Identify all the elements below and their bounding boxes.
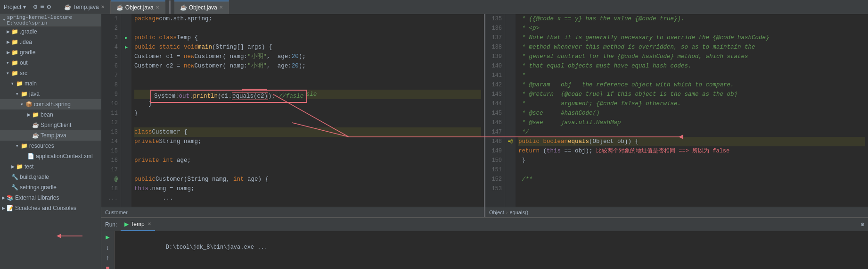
tab-object-java-right[interactable]: ☕ Object.java ✕	[174, 0, 229, 14]
sidebar-item-gradle[interactable]: ▶📁.gradle	[0, 26, 101, 37]
rcode-144: * argument; {@code false} otherwise.	[518, 99, 865, 109]
java-file-icon3: ☕	[180, 4, 187, 11]
rcode-147: */	[518, 127, 865, 137]
top-bar: Project ▾ ⚙ ≡ ⚙ ☕ Temp.java ✕ ☕ Object.j…	[0, 0, 868, 14]
run-output-area: D:\tool\jdk_8\bin\java.exe ... false ←	[115, 231, 868, 269]
sidebar-item-scratches[interactable]: ▶📝Scratches and Consoles	[0, 203, 101, 213]
right-gutter: ●@	[505, 14, 516, 207]
code-line-7	[134, 71, 481, 80]
java-file-icon: ☕	[64, 4, 71, 10]
sidebar-item-src[interactable]: ▾📁src	[0, 68, 101, 78]
rcode-139: * general contract for the {@code hashCo…	[518, 52, 865, 61]
tab-temp-java[interactable]: ☕ Temp.java ✕	[58, 0, 111, 14]
left-line-numbers: 1 2 3 4 5 6 7 8 9 10 11 12 13	[101, 14, 121, 207]
rcode-146: * @see java.util.HashMap	[518, 118, 865, 127]
sidebar-item-settings-gradle[interactable]: ▶🔧settings.gradle	[0, 182, 101, 193]
code-line-18: this.namg = namg;	[134, 184, 481, 193]
code-line-10: }	[134, 99, 481, 109]
code-line-15	[134, 146, 481, 156]
run-stop-button[interactable]: ■	[106, 265, 109, 269]
run-panel-header: Run: ▶ Temp ✕ ⚙	[101, 218, 868, 231]
sidebar-item-gradle2[interactable]: ▶📁gradle	[0, 47, 101, 58]
run-tab-temp[interactable]: ▶ Temp ✕	[121, 218, 155, 231]
run-up-button[interactable]: ↑	[106, 254, 109, 262]
left-gutter: ▶ ▶	[121, 14, 131, 207]
tab-object-java-left[interactable]: ☕ Object.java ✕	[111, 0, 165, 14]
rcode-150: }	[518, 156, 865, 165]
code-line-13: class Customer {	[134, 127, 481, 137]
layout-icon[interactable]: ≡	[40, 3, 44, 11]
sidebar-item-resources[interactable]: ▾📁resources	[0, 141, 101, 151]
run-panel: Run: ▶ Temp ✕ ⚙ ▶ ↓ ↑ ■	[101, 217, 868, 269]
run-command-line: D:\tool\jdk_8\bin\java.exe ...	[118, 233, 864, 261]
project-menu[interactable]: Project ▾	[4, 4, 26, 10]
code-line-12	[134, 118, 481, 127]
run-gutter-icon-4[interactable]: ▶	[125, 44, 128, 50]
sidebar-item-java[interactable]: ▾📁java	[0, 89, 101, 99]
sidebar-item-temp-java[interactable]: ▶☕Temp.java	[0, 130, 101, 141]
rcode-137: * Note that it is generally necessary to…	[518, 33, 865, 42]
project-sidebar: ▾ spring-kernel-lecture E:\code\sprin ▶📁…	[0, 14, 101, 269]
left-code-lines[interactable]: package com.sth.spring; public class Tem…	[131, 14, 484, 207]
code-line-17b: public Customer(String namg, int age) {	[134, 175, 481, 184]
rcode-148: public boolean equals(Object obj) {	[518, 137, 865, 146]
code-line-3: public class Temp {	[134, 33, 481, 42]
left-editor-panel: 1 2 3 4 5 6 7 8 9 10 11 12 13	[101, 14, 485, 217]
tab-close-temp[interactable]: ✕	[101, 4, 105, 9]
project-root-label: spring-kernel-lecture E:\code\sprin	[7, 15, 98, 26]
rcode-151	[518, 165, 865, 175]
sidebar-item-build-gradle[interactable]: ▶🔧build.gradle	[0, 172, 101, 182]
run-tab-label: Temp	[131, 221, 144, 227]
code-line-17	[134, 165, 481, 175]
code-line-2	[134, 24, 481, 33]
sidebar-item-com-sth-spring[interactable]: ▾📦com.sth.spring	[0, 99, 101, 109]
run-down-button[interactable]: ↓	[106, 244, 109, 252]
left-breadcrumb-text: Customer	[105, 210, 128, 215]
rcode-143: * @return {@code true} if this object is…	[518, 90, 865, 99]
rcode-140: * that equal objects must have equal has…	[518, 61, 865, 71]
run-play-button[interactable]: ▶	[106, 233, 109, 241]
rcode-136: * <p>	[518, 24, 865, 33]
left-breadcrumb: Customer	[101, 207, 484, 217]
code-line-1: package com.sth.spring;	[134, 14, 481, 24]
run-sidebar-icons: ▶ ↓ ↑ ■	[101, 231, 115, 269]
sidebar-item-idea[interactable]: ▶📁.idea	[0, 37, 101, 47]
code-line-4: public static void main(String[] args) {	[134, 42, 481, 52]
sidebar-item-appcontext[interactable]: ▶📄applicationContext.xml	[0, 151, 101, 161]
tab-close-object-right[interactable]: ✕	[219, 5, 223, 10]
code-line-dots: ...	[134, 193, 481, 203]
config-icon[interactable]: ⚙	[47, 3, 51, 11]
code-line-5: Customer c1 = new Customer( namg: "小明", …	[134, 52, 481, 61]
rcode-142: * @param obj the reference object with w…	[518, 80, 865, 90]
right-breadcrumb-object: Object	[489, 210, 504, 215]
code-line-8	[134, 80, 481, 90]
tab-close-object-left[interactable]: ✕	[156, 5, 159, 10]
run-settings-icon[interactable]: ⚙	[861, 221, 864, 228]
sidebar-item-main[interactable]: ▾📁main	[0, 78, 101, 89]
right-line-numbers: 135 136 137 138 139 140 141 142 143 144 …	[485, 14, 505, 207]
code-line-16: private int age;	[134, 156, 481, 165]
rcode-141: *	[518, 71, 865, 80]
rcode-138: * method whenever this method is overrid…	[518, 42, 865, 52]
right-code-lines[interactable]: * ({@code x == y} has the value {@code t…	[516, 14, 868, 207]
run-label: Run:	[105, 221, 117, 228]
code-line-9: System.out.println(c1.equals(c2)); //fas…	[134, 90, 481, 99]
right-editor-panel: 135 136 137 138 139 140 141 142 143 144 …	[485, 14, 868, 217]
sidebar-item-springclient[interactable]: ▶☕SpringClient	[0, 120, 101, 130]
right-breadcrumb-equals: equals()	[509, 210, 528, 215]
rcode-152: /**	[518, 175, 865, 184]
sidebar-item-out[interactable]: ▾📁out	[0, 58, 101, 68]
sidebar-item-external-libs[interactable]: ▶📚External Libraries	[0, 193, 101, 203]
rcode-135: * ({@code x == y} has the value {@code t…	[518, 14, 865, 24]
editor-area: 1 2 3 4 5 6 7 8 9 10 11 12 13	[101, 14, 868, 269]
right-breadcrumb: Object › equals()	[485, 207, 868, 217]
code-line-11: }	[134, 109, 481, 118]
sidebar-item-bean[interactable]: ▶📁bean	[0, 109, 101, 120]
run-tab-close[interactable]: ✕	[147, 221, 151, 227]
code-line-6: Customer c2 = new Customer( namg: "小明", …	[134, 61, 481, 71]
sidebar-item-test[interactable]: ▶📁test	[0, 161, 101, 172]
rcode-153	[518, 184, 865, 193]
settings-icon[interactable]: ⚙	[33, 3, 37, 11]
rcode-145: * @see #hashCode()	[518, 109, 865, 118]
run-gutter-icon-3[interactable]: ▶	[125, 35, 128, 41]
